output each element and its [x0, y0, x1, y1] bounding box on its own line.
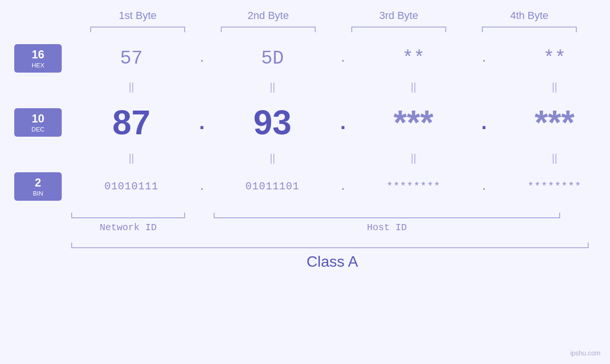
equals-row-1: || || || ||: [0, 80, 610, 94]
eq-8: ||: [507, 152, 602, 164]
dec-byte-3: ***: [366, 103, 461, 142]
network-id-label: Network ID: [71, 222, 185, 233]
hex-dot-2: .: [336, 52, 350, 65]
dec-byte-2: 93: [225, 103, 320, 142]
bracket-4: [482, 27, 577, 32]
bin-label: 2 BIN: [14, 172, 62, 201]
eq-3: ||: [366, 81, 461, 93]
bin-byte-1: 01010111: [84, 181, 179, 193]
bin-row: 2 BIN 01010111 . 01011101 . ******** . *…: [0, 165, 610, 208]
hex-byte-4: **: [507, 48, 602, 69]
byte-header-3: 3rd Byte: [347, 9, 451, 22]
dec-byte-1: 87: [84, 103, 179, 142]
dec-base-num: 10: [32, 112, 45, 126]
byte-header-1: 1st Byte: [85, 9, 190, 22]
hex-base-num: 16: [32, 48, 45, 62]
eq-5: ||: [84, 152, 179, 164]
bin-dot-3: .: [477, 180, 491, 193]
bin-dot-1: .: [195, 180, 209, 193]
eq-vals-1: || || || ||: [76, 81, 610, 93]
bin-byte-2: 01011101: [225, 181, 320, 193]
dec-dot-3: .: [477, 111, 491, 134]
bottom-section: Network ID Host ID Class A: [0, 213, 610, 271]
dec-row: 10 DEC 87 . 93 . *** . ***: [0, 94, 610, 151]
host-id-label: Host ID: [214, 222, 560, 233]
byte-header-4: 4th Byte: [477, 9, 582, 22]
bracket-1: [90, 27, 185, 32]
id-labels: Network ID Host ID: [71, 222, 593, 233]
bin-dot-2: .: [336, 180, 350, 193]
dec-values: 87 . 93 . *** . ***: [76, 103, 610, 142]
hex-byte-2: 5D: [225, 48, 320, 69]
eq-4: ||: [507, 81, 602, 93]
top-brackets: [73, 27, 595, 32]
bottom-brackets: [71, 213, 593, 218]
bin-base-num: 2: [35, 176, 41, 190]
hex-dot-1: .: [195, 52, 209, 65]
dec-label: 10 DEC: [14, 108, 62, 137]
equals-row-2: || || || ||: [0, 151, 610, 165]
hex-byte-1: 57: [84, 48, 179, 69]
full-bracket-row: [71, 243, 593, 248]
eq-7: ||: [366, 152, 461, 164]
hex-values: 57 . 5D . ** . **: [76, 48, 610, 69]
dec-dot-2: .: [336, 111, 350, 134]
eq-2: ||: [225, 81, 320, 93]
hex-row: 16 HEX 57 . 5D . ** . **: [0, 37, 610, 80]
hex-dot-3: .: [477, 52, 491, 65]
byte-headers-row: 1st Byte 2nd Byte 3rd Byte 4th Byte: [73, 9, 595, 22]
dec-byte-4: ***: [507, 103, 602, 142]
bin-byte-3: ********: [366, 181, 461, 193]
host-bracket: [214, 213, 560, 218]
byte-header-2: 2nd Byte: [216, 9, 320, 22]
bracket-2: [221, 27, 316, 32]
eq-1: ||: [84, 81, 179, 93]
network-bracket: [71, 213, 185, 218]
eq-6: ||: [225, 152, 320, 164]
class-label: Class A: [71, 253, 593, 271]
bin-base-text: BIN: [33, 190, 43, 197]
main-container: 1st Byte 2nd Byte 3rd Byte 4th Byte 16 H…: [0, 0, 610, 364]
watermark: ipshu.com: [570, 349, 601, 357]
eq-vals-2: || || || ||: [76, 152, 610, 164]
hex-label: 16 HEX: [14, 44, 62, 73]
hex-byte-3: **: [366, 48, 461, 69]
bin-byte-4: ********: [507, 181, 602, 193]
bracket-3: [351, 27, 446, 32]
dec-dot-1: .: [195, 111, 209, 134]
hex-base-text: HEX: [32, 62, 45, 69]
dec-base-text: DEC: [31, 126, 44, 133]
bin-values: 01010111 . 01011101 . ******** . *******…: [76, 180, 610, 193]
full-bracket: [71, 243, 589, 248]
